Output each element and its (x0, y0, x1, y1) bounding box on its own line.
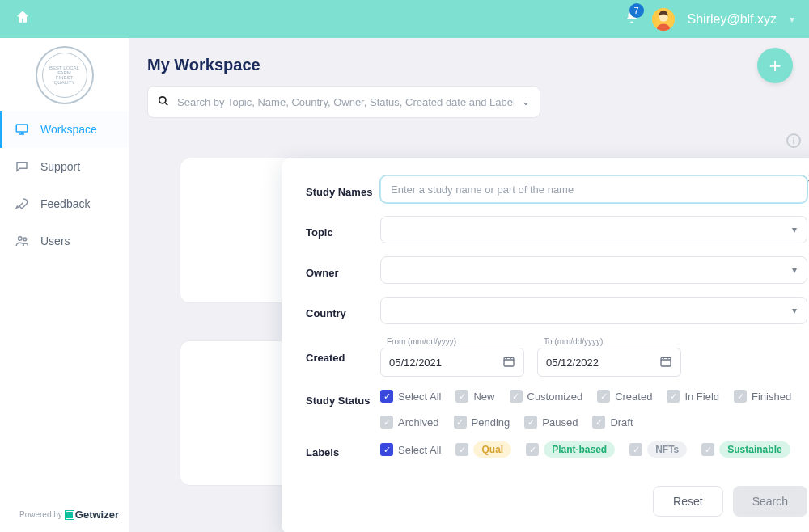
checkbox-icon: ✓ (380, 416, 393, 429)
calendar-icon[interactable] (502, 355, 515, 370)
reset-button[interactable]: Reset (653, 486, 723, 517)
label-checkbox-qual[interactable]: ✓Qual (455, 441, 511, 458)
topic-select[interactable]: ▾ (380, 216, 807, 243)
label-checkbox-plant-based[interactable]: ✓Plant-based (526, 441, 615, 458)
svg-rect-2 (16, 125, 28, 132)
topbar: 7 Shirley@blf.xyz ▾ (0, 0, 809, 38)
svg-point-4 (23, 238, 27, 241)
owner-select[interactable]: ▾ (380, 256, 807, 284)
status-checkbox-new[interactable]: ✓New (455, 390, 494, 403)
checkbox-icon: ✓ (701, 443, 714, 456)
checkbox-label: Created (615, 391, 652, 403)
labels-label: Labels (306, 441, 380, 458)
status-checkbox-created[interactable]: ✓Created (597, 390, 652, 403)
topic-label: Topic (306, 222, 380, 239)
status-checkbox-select-all[interactable]: ✓Select All (380, 390, 441, 403)
checkbox-icon: ✓ (667, 390, 680, 403)
info-icon[interactable]: i (786, 133, 801, 148)
status-checkbox-paused[interactable]: ✓Paused (524, 416, 578, 429)
getwizer-logo: Getwizer (66, 509, 119, 521)
sidebar: BEST LOCAL FARMFINEST QUALITY Workspace … (0, 38, 129, 532)
home-icon[interactable] (15, 9, 31, 29)
avatar[interactable] (652, 8, 675, 31)
checkbox-label: Select All (398, 444, 441, 456)
notification-badge: 7 (629, 3, 644, 18)
study-names-label: Study Names (306, 181, 380, 198)
notifications-bell-icon[interactable]: 7 (625, 10, 639, 28)
checkbox-label: Draft (610, 416, 633, 429)
status-checkbox-pending[interactable]: ✓Pending (454, 416, 510, 429)
checkbox-label: Pending (472, 416, 510, 429)
status-checkbox-finished[interactable]: ✓Finished (734, 390, 791, 403)
status-checkbox-archived[interactable]: ✓Archived (380, 416, 439, 429)
chat-icon (15, 159, 29, 174)
checkbox-label: Paused (542, 416, 578, 429)
checkbox-icon: ✓ (597, 390, 610, 403)
study-names-input[interactable] (380, 175, 807, 203)
created-to-input[interactable]: 05/12/2022 (537, 348, 681, 377)
checkbox-icon: ✓ (629, 443, 642, 456)
search-input[interactable] (177, 96, 514, 108)
svg-point-5 (159, 96, 166, 103)
checkbox-label: New (473, 391, 494, 403)
search-button[interactable]: Search (733, 486, 807, 517)
users-icon (15, 234, 29, 248)
sidebar-item-label: Workspace (40, 123, 97, 136)
svg-rect-6 (504, 357, 514, 366)
checkbox-icon: ✓ (734, 390, 747, 403)
page-title: My Workspace (147, 56, 796, 74)
powered-brand: Getwizer (75, 509, 119, 521)
sidebar-item-label: Users (40, 234, 70, 247)
label-checkbox-nfts[interactable]: ✓NFTs (629, 441, 687, 458)
checkbox-label: Archived (398, 416, 439, 429)
calendar-icon[interactable] (659, 355, 672, 370)
country-label: Country (306, 302, 380, 319)
checkbox-icon: ✓ (510, 390, 523, 403)
search-label: Search (752, 495, 788, 508)
search-icon (158, 95, 169, 109)
sidebar-item-users[interactable]: Users (0, 222, 129, 260)
checkbox-label: Select All (398, 391, 441, 403)
label-pill: NFTs (647, 441, 687, 458)
status-checkbox-in-field[interactable]: ✓In Field (667, 390, 719, 403)
add-button[interactable]: + (757, 48, 793, 83)
label-pill: Sustainable (719, 441, 790, 458)
labels-select-all[interactable]: ✓Select All (380, 443, 441, 456)
powered-by: Powered by Getwizer (0, 497, 129, 532)
username[interactable]: Shirley@blf.xyz (688, 12, 777, 27)
checkbox-icon: ✓ (380, 443, 393, 456)
svg-rect-7 (661, 357, 671, 366)
checkbox-icon: ✓ (455, 443, 468, 456)
checkbox-icon: ✓ (454, 416, 467, 429)
svg-point-3 (19, 237, 23, 241)
sidebar-item-support[interactable]: Support (0, 148, 129, 185)
sidebar-item-label: Support (40, 160, 80, 173)
checkbox-icon: ✓ (380, 390, 393, 403)
sidebar-item-label: Feedback (40, 197, 90, 210)
monitor-icon (15, 122, 29, 137)
status-checkbox-customized[interactable]: ✓Customized (510, 390, 583, 403)
sidebar-item-feedback[interactable]: Feedback (0, 185, 129, 222)
created-from-input[interactable]: 05/12/2021 (380, 348, 524, 377)
label-pill: Plant-based (544, 441, 615, 458)
status-label: Study Status (306, 390, 380, 407)
checkbox-icon: ✓ (592, 416, 605, 429)
brand-logo: BEST LOCAL FARMFINEST QUALITY (0, 38, 129, 111)
country-select[interactable]: ▾ (380, 297, 807, 324)
powered-label: Powered by (19, 510, 62, 519)
checkbox-icon: ✓ (524, 416, 537, 429)
chevron-down-icon[interactable]: ▾ (790, 14, 794, 25)
sidebar-item-workspace[interactable]: Workspace (0, 111, 129, 148)
created-from-hint: From (mm/dd/yyyy) (380, 337, 524, 346)
created-from-value: 05/12/2021 (389, 357, 442, 369)
global-search[interactable]: ⌄ (147, 86, 540, 118)
created-label: Created (306, 337, 380, 364)
label-checkbox-sustainable[interactable]: ✓Sustainable (701, 441, 790, 458)
label-pill: Qual (473, 441, 511, 458)
chevron-down-icon[interactable]: ⌄ (522, 96, 530, 108)
reset-label: Reset (673, 495, 703, 508)
checkbox-icon: ✓ (455, 390, 468, 403)
status-checkbox-draft[interactable]: ✓Draft (592, 416, 633, 429)
created-to-value: 05/12/2022 (546, 357, 599, 369)
created-to-hint: To (mm/dd/yyyy) (537, 337, 681, 346)
